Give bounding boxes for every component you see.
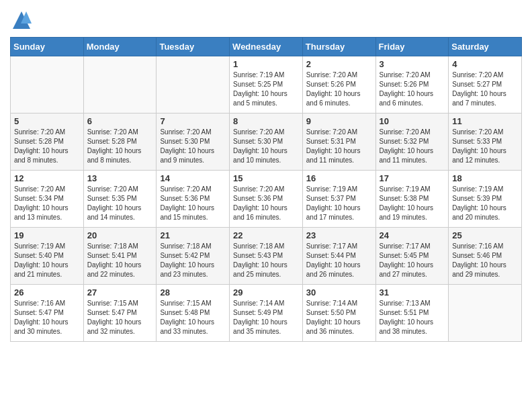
day-number: 4	[452, 59, 518, 69]
day-info: Sunrise: 7:19 AM Sunset: 5:40 PM Dayligh…	[14, 242, 80, 279]
calendar-cell: 8Sunrise: 7:20 AM Sunset: 5:30 PM Daylig…	[230, 113, 303, 171]
day-number: 9	[306, 116, 372, 126]
day-info: Sunrise: 7:19 AM Sunset: 5:38 PM Dayligh…	[380, 185, 445, 222]
day-number: 28	[160, 287, 226, 298]
day-info: Sunrise: 7:20 AM Sunset: 5:31 PM Dayligh…	[306, 128, 372, 165]
day-number: 30	[306, 287, 372, 298]
weekday-header-monday: Monday	[83, 38, 157, 56]
day-info: Sunrise: 7:20 AM Sunset: 5:34 PM Dayligh…	[14, 185, 80, 222]
day-info: Sunrise: 7:15 AM Sunset: 5:47 PM Dayligh…	[87, 299, 153, 336]
calendar-cell: 25Sunrise: 7:16 AM Sunset: 5:46 PM Dayli…	[449, 228, 522, 285]
page-header	[10, 10, 522, 30]
day-number: 2	[306, 59, 372, 69]
day-number: 16	[306, 173, 372, 183]
day-number: 14	[160, 173, 226, 183]
week-row-3: 12Sunrise: 7:20 AM Sunset: 5:34 PM Dayli…	[11, 171, 522, 228]
logo	[10, 10, 32, 30]
day-number: 3	[380, 59, 445, 69]
day-info: Sunrise: 7:20 AM Sunset: 5:30 PM Dayligh…	[233, 128, 299, 165]
calendar-cell	[449, 285, 522, 342]
calendar-cell: 12Sunrise: 7:20 AM Sunset: 5:34 PM Dayli…	[11, 171, 84, 228]
day-info: Sunrise: 7:20 AM Sunset: 5:36 PM Dayligh…	[160, 185, 226, 222]
day-info: Sunrise: 7:13 AM Sunset: 5:51 PM Dayligh…	[380, 299, 445, 336]
day-info: Sunrise: 7:20 AM Sunset: 5:32 PM Dayligh…	[380, 128, 445, 165]
day-info: Sunrise: 7:19 AM Sunset: 5:25 PM Dayligh…	[233, 71, 299, 108]
day-info: Sunrise: 7:17 AM Sunset: 5:45 PM Dayligh…	[380, 242, 445, 279]
day-number: 17	[380, 173, 445, 183]
day-number: 23	[306, 230, 372, 240]
day-info: Sunrise: 7:17 AM Sunset: 5:44 PM Dayligh…	[306, 242, 372, 279]
weekday-header-sunday: Sunday	[11, 38, 84, 56]
day-number: 21	[160, 230, 226, 240]
day-info: Sunrise: 7:18 AM Sunset: 5:42 PM Dayligh…	[160, 242, 226, 279]
calendar-cell	[11, 56, 84, 113]
day-info: Sunrise: 7:16 AM Sunset: 5:46 PM Dayligh…	[452, 242, 518, 279]
day-number: 12	[14, 173, 80, 183]
calendar-cell: 10Sunrise: 7:20 AM Sunset: 5:32 PM Dayli…	[375, 113, 449, 171]
calendar-cell: 28Sunrise: 7:15 AM Sunset: 5:48 PM Dayli…	[157, 285, 230, 342]
day-number: 8	[233, 116, 299, 126]
day-number: 11	[452, 116, 518, 126]
day-number: 18	[452, 173, 518, 183]
day-info: Sunrise: 7:20 AM Sunset: 5:30 PM Dayligh…	[160, 128, 226, 165]
day-number: 27	[87, 287, 153, 298]
day-number: 6	[87, 116, 153, 126]
calendar-cell	[83, 56, 157, 113]
calendar-cell: 3Sunrise: 7:20 AM Sunset: 5:26 PM Daylig…	[375, 56, 449, 113]
day-info: Sunrise: 7:18 AM Sunset: 5:41 PM Dayligh…	[87, 242, 153, 279]
day-number: 31	[380, 287, 445, 298]
day-number: 29	[233, 287, 299, 298]
calendar-cell: 24Sunrise: 7:17 AM Sunset: 5:45 PM Dayli…	[375, 228, 449, 285]
calendar-cell: 19Sunrise: 7:19 AM Sunset: 5:40 PM Dayli…	[11, 228, 84, 285]
day-info: Sunrise: 7:18 AM Sunset: 5:43 PM Dayligh…	[233, 242, 299, 279]
day-number: 22	[233, 230, 299, 240]
week-row-1: 1Sunrise: 7:19 AM Sunset: 5:25 PM Daylig…	[11, 56, 522, 113]
day-info: Sunrise: 7:14 AM Sunset: 5:49 PM Dayligh…	[233, 299, 299, 336]
calendar-cell: 20Sunrise: 7:18 AM Sunset: 5:41 PM Dayli…	[83, 228, 157, 285]
logo-icon	[11, 10, 32, 30]
calendar-cell: 9Sunrise: 7:20 AM Sunset: 5:31 PM Daylig…	[302, 113, 375, 171]
calendar-cell: 27Sunrise: 7:15 AM Sunset: 5:47 PM Dayli…	[83, 285, 157, 342]
week-row-2: 5Sunrise: 7:20 AM Sunset: 5:28 PM Daylig…	[11, 113, 522, 171]
calendar-cell: 14Sunrise: 7:20 AM Sunset: 5:36 PM Dayli…	[157, 171, 230, 228]
day-number: 24	[380, 230, 445, 240]
calendar-cell: 1Sunrise: 7:19 AM Sunset: 5:25 PM Daylig…	[230, 56, 303, 113]
day-number: 25	[452, 230, 518, 240]
calendar-cell: 6Sunrise: 7:20 AM Sunset: 5:28 PM Daylig…	[83, 113, 157, 171]
weekday-header-wednesday: Wednesday	[230, 38, 303, 56]
calendar-cell	[157, 56, 230, 113]
calendar-cell: 22Sunrise: 7:18 AM Sunset: 5:43 PM Dayli…	[230, 228, 303, 285]
day-info: Sunrise: 7:16 AM Sunset: 5:47 PM Dayligh…	[14, 299, 80, 336]
day-info: Sunrise: 7:20 AM Sunset: 5:26 PM Dayligh…	[380, 71, 445, 108]
day-info: Sunrise: 7:19 AM Sunset: 5:39 PM Dayligh…	[452, 185, 518, 222]
calendar-cell: 4Sunrise: 7:20 AM Sunset: 5:27 PM Daylig…	[449, 56, 522, 113]
day-info: Sunrise: 7:20 AM Sunset: 5:35 PM Dayligh…	[87, 185, 153, 222]
day-number: 26	[14, 287, 80, 298]
day-info: Sunrise: 7:14 AM Sunset: 5:50 PM Dayligh…	[306, 299, 372, 336]
day-number: 1	[233, 59, 299, 69]
day-info: Sunrise: 7:20 AM Sunset: 5:28 PM Dayligh…	[87, 128, 153, 165]
day-info: Sunrise: 7:20 AM Sunset: 5:27 PM Dayligh…	[452, 71, 518, 108]
calendar-cell: 18Sunrise: 7:19 AM Sunset: 5:39 PM Dayli…	[449, 171, 522, 228]
week-row-5: 26Sunrise: 7:16 AM Sunset: 5:47 PM Dayli…	[11, 285, 522, 342]
weekday-header-saturday: Saturday	[449, 38, 522, 56]
day-number: 5	[14, 116, 80, 126]
calendar-cell: 21Sunrise: 7:18 AM Sunset: 5:42 PM Dayli…	[157, 228, 230, 285]
day-info: Sunrise: 7:20 AM Sunset: 5:26 PM Dayligh…	[306, 71, 372, 108]
weekday-header-tuesday: Tuesday	[157, 38, 230, 56]
day-info: Sunrise: 7:20 AM Sunset: 5:28 PM Dayligh…	[14, 128, 80, 165]
week-row-4: 19Sunrise: 7:19 AM Sunset: 5:40 PM Dayli…	[11, 228, 522, 285]
calendar-cell: 16Sunrise: 7:19 AM Sunset: 5:37 PM Dayli…	[302, 171, 375, 228]
day-info: Sunrise: 7:15 AM Sunset: 5:48 PM Dayligh…	[160, 299, 226, 336]
calendar-cell: 17Sunrise: 7:19 AM Sunset: 5:38 PM Dayli…	[375, 171, 449, 228]
calendar-cell: 2Sunrise: 7:20 AM Sunset: 5:26 PM Daylig…	[302, 56, 375, 113]
calendar-table: SundayMondayTuesdayWednesdayThursdayFrid…	[10, 37, 522, 342]
calendar-cell: 23Sunrise: 7:17 AM Sunset: 5:44 PM Dayli…	[302, 228, 375, 285]
day-number: 13	[87, 173, 153, 183]
calendar-cell: 26Sunrise: 7:16 AM Sunset: 5:47 PM Dayli…	[11, 285, 84, 342]
calendar-cell: 11Sunrise: 7:20 AM Sunset: 5:33 PM Dayli…	[449, 113, 522, 171]
day-info: Sunrise: 7:19 AM Sunset: 5:37 PM Dayligh…	[306, 185, 372, 222]
calendar-cell: 13Sunrise: 7:20 AM Sunset: 5:35 PM Dayli…	[83, 171, 157, 228]
calendar-cell: 29Sunrise: 7:14 AM Sunset: 5:49 PM Dayli…	[230, 285, 303, 342]
calendar-cell: 7Sunrise: 7:20 AM Sunset: 5:30 PM Daylig…	[157, 113, 230, 171]
